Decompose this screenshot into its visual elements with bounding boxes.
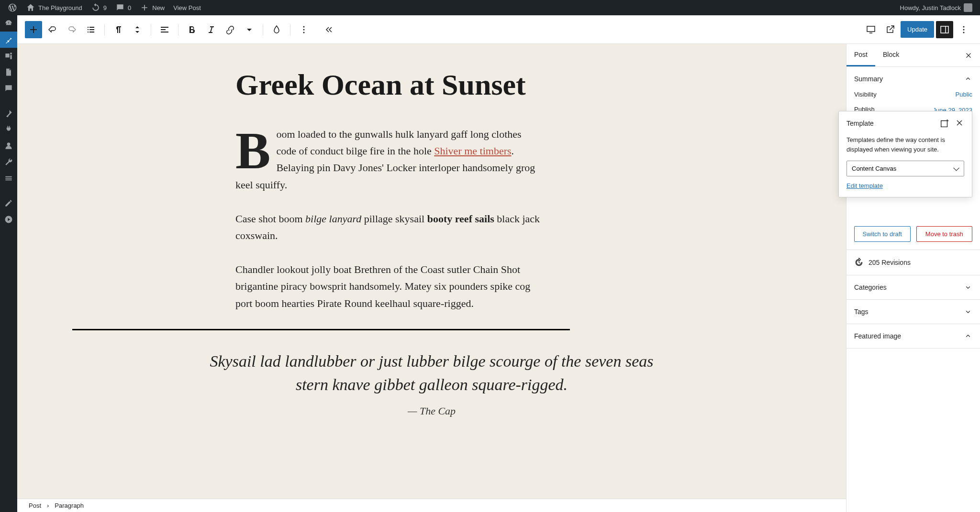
avatar bbox=[964, 3, 972, 12]
comments[interactable]: 0 bbox=[111, 0, 135, 15]
updates[interactable]: 9 bbox=[87, 0, 111, 15]
admin-bar: The Playground 9 0 New View Post Howdy, … bbox=[0, 0, 980, 15]
view-post[interactable]: View Post bbox=[169, 0, 205, 15]
new-label: New bbox=[152, 4, 165, 11]
comment-icon bbox=[115, 3, 125, 12]
site-name[interactable]: The Playground bbox=[22, 0, 86, 15]
refresh-icon bbox=[91, 3, 100, 12]
comments-count: 0 bbox=[128, 4, 131, 11]
user-menu[interactable]: Howdy, Justin Tadlock bbox=[896, 0, 976, 15]
wp-logo[interactable] bbox=[4, 0, 21, 15]
howdy-text: Howdy, Justin Tadlock bbox=[900, 4, 961, 11]
plus-icon bbox=[140, 3, 149, 12]
updates-count: 9 bbox=[103, 4, 107, 11]
wordpress-icon bbox=[8, 3, 17, 12]
new-menu[interactable]: New bbox=[136, 0, 168, 15]
home-icon bbox=[26, 3, 35, 12]
site-name-text: The Playground bbox=[38, 4, 82, 11]
